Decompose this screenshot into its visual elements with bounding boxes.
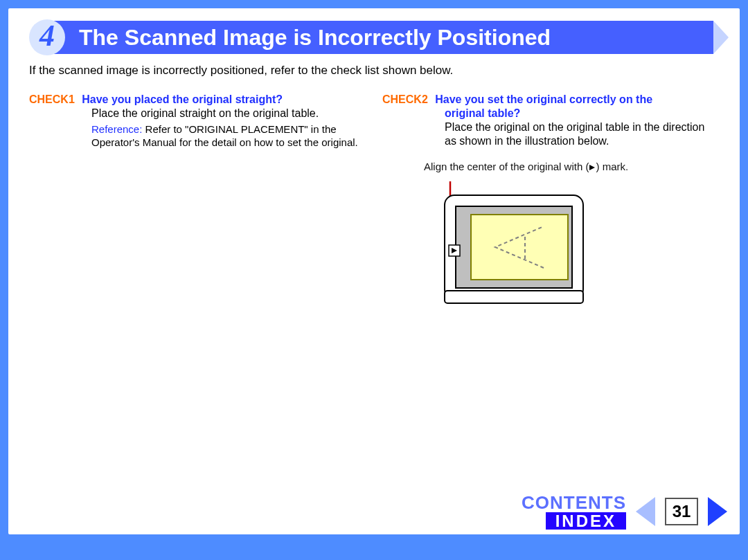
prev-page-button[interactable] — [636, 497, 655, 526]
check2-label: CHECK2 — [382, 93, 428, 105]
page-nav: CONTENTS INDEX 31 — [522, 494, 727, 529]
svg-rect-5 — [445, 291, 583, 303]
scanner-illustration — [424, 181, 719, 323]
check2-answer: Place the original on the original table… — [445, 120, 719, 148]
check2-question-line2: original table? — [445, 107, 719, 120]
svg-marker-12 — [708, 497, 727, 526]
check1-heading: CHECK1 Have you placed the original stra… — [29, 93, 366, 107]
section-title: The Scanned Image is Incorrectly Positio… — [79, 25, 551, 51]
illustration-caption: Align the center of the original with ()… — [424, 161, 719, 174]
section-number-badge: 4 — [29, 19, 65, 55]
page-number: 31 — [673, 502, 691, 521]
svg-marker-0 — [713, 21, 729, 54]
caption-post: ) mark. — [596, 161, 628, 172]
check2-question-line1: Have you set the original correctly on t… — [435, 93, 652, 105]
intro-text: If the scanned image is incorrectly posi… — [29, 64, 719, 78]
document-frame: The Scanned Image is Incorrectly Positio… — [0, 0, 748, 560]
section-title-bar: The Scanned Image is Incorrectly Positio… — [50, 21, 713, 54]
reference-label: Reference: — [91, 123, 142, 135]
index-link[interactable]: INDEX — [546, 512, 626, 530]
check1-reference: Reference: Refer to "ORIGINAL PLACEMENT"… — [91, 123, 366, 150]
next-page-button[interactable] — [708, 497, 727, 526]
play-mark-icon — [589, 161, 596, 174]
caption-pre: Align the center of the original with ( — [424, 161, 589, 172]
svg-marker-11 — [636, 497, 655, 526]
check2-heading: CHECK2 Have you set the original correct… — [382, 93, 719, 107]
check1-question: Have you placed the original straight? — [82, 93, 283, 105]
svg-marker-1 — [589, 165, 595, 170]
section-header: The Scanned Image is Incorrectly Positio… — [8, 21, 740, 54]
header-arrow-icon — [713, 21, 740, 54]
nav-links: CONTENTS INDEX — [522, 494, 626, 530]
page-body: The Scanned Image is Incorrectly Positio… — [8, 8, 740, 534]
check2-column: CHECK2 Have you set the original correct… — [382, 93, 719, 323]
section-number: 4 — [39, 21, 55, 51]
svg-rect-9 — [471, 215, 568, 280]
check1-column: CHECK1 Have you placed the original stra… — [29, 93, 366, 323]
contents-link[interactable]: CONTENTS — [522, 494, 626, 512]
page-number-box: 31 — [665, 498, 698, 525]
check1-label: CHECK1 — [29, 93, 75, 105]
content-columns: CHECK1 Have you placed the original stra… — [29, 93, 719, 323]
check1-answer: Place the original straight on the origi… — [91, 107, 366, 120]
